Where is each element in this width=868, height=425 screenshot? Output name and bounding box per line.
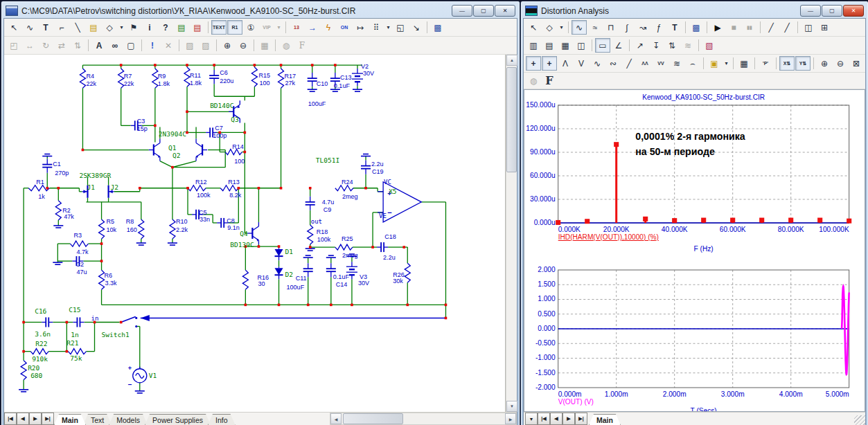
rotate-icon[interactable]: ↻ — [38, 38, 53, 53]
shape-dropdown-icon[interactable]: ▾ — [558, 20, 565, 35]
formula-icon[interactable]: F — [294, 38, 310, 53]
polyline-tool-icon[interactable]: ╱ — [779, 20, 795, 35]
normalize-y-icon[interactable]: Y⇅ — [795, 56, 811, 71]
grid-dropdown-icon[interactable]: ▾ — [384, 20, 392, 35]
integral-icon[interactable]: ∫ — [619, 20, 635, 35]
page-select-dropdown[interactable]: ▼ — [525, 413, 538, 425]
next-page-button[interactable]: ▶ — [29, 413, 42, 425]
shape-mode-icon[interactable]: ◇ — [102, 20, 117, 35]
scroll-up-arrow[interactable]: ▲ — [506, 55, 517, 66]
select-mode-icon[interactable]: ↖ — [6, 20, 21, 35]
performance-plot-icon[interactable]: ▧ — [702, 38, 717, 53]
tab-models[interactable]: Models — [109, 414, 148, 425]
text-mode-icon[interactable]: T — [667, 20, 682, 35]
zoom-out-icon[interactable]: ⊖ — [236, 38, 251, 53]
help-globe-icon[interactable]: ◍ — [278, 38, 294, 53]
inflection-icon[interactable]: ╱ — [621, 56, 637, 71]
scroll-right-arrow[interactable]: ▶ — [505, 413, 516, 424]
formula-icon[interactable]: F — [542, 73, 557, 88]
function-icon[interactable]: ƒ — [651, 20, 666, 35]
transient-output-chart[interactable]: 2.0001.5001.0000.5000.000-0.500-1.000-1.… — [524, 264, 865, 412]
zoom-in-icon[interactable]: ⊕ — [220, 38, 235, 53]
last-page-button[interactable]: ▶| — [575, 413, 587, 425]
basket-dropdown-icon[interactable]: ▾ — [723, 56, 730, 71]
prev-page-button[interactable]: ◀ — [550, 413, 563, 425]
last-page-button[interactable]: ▶| — [42, 413, 54, 425]
flip-x-icon[interactable]: ⇄ — [54, 38, 69, 53]
first-page-button[interactable]: |◀ — [538, 413, 550, 425]
help-mode-icon[interactable]: ? — [158, 20, 173, 35]
window-icon[interactable]: ▢ — [123, 38, 139, 53]
column-grid-icon[interactable]: ◫ — [574, 38, 589, 53]
resize-grip[interactable] — [854, 415, 865, 425]
measure-icon[interactable]: ↦ — [353, 20, 368, 35]
close-button[interactable]: ✕ — [495, 5, 515, 17]
vip-display-icon[interactable]: VIP — [259, 20, 274, 35]
properties-icon[interactable]: ▩ — [689, 20, 704, 35]
find-component-icon[interactable]: ▤ — [86, 20, 101, 35]
all-waves-icon[interactable]: ≋ — [669, 56, 684, 71]
harmonic-spectrum-chart[interactable]: Kenwood_KA9100-SC_50Hz-burst.CIR150.000u… — [524, 90, 865, 262]
zoom-out-icon[interactable]: ⊖ — [833, 56, 848, 71]
scroll-left-arrow[interactable]: ◀ — [330, 413, 342, 424]
global-high-icon[interactable]: ΛΛ — [637, 56, 653, 71]
grid-box-icon[interactable]: ⊞ — [817, 20, 832, 35]
find-text-icon[interactable]: A — [91, 38, 107, 53]
slope-tool-icon[interactable]: ↝ — [635, 20, 650, 35]
scope-mode-icon[interactable]: ∿ — [572, 20, 587, 35]
shape-dropdown-icon[interactable]: ▾ — [118, 20, 125, 35]
tab-main[interactable]: Main — [589, 414, 621, 425]
vertical-marker-icon[interactable]: ↧ — [648, 38, 664, 53]
low-icon[interactable]: ∾ — [605, 56, 621, 71]
part-tag-icon[interactable]: ▤ — [190, 20, 205, 35]
maximize-button[interactable]: ▢ — [473, 5, 494, 17]
vertical-scroll-thumb[interactable] — [506, 67, 517, 172]
go-to-basket-icon[interactable]: ▣ — [707, 56, 722, 71]
burst-waveform-icon[interactable]: ⊓ — [603, 20, 619, 35]
node-numbers-icon[interactable]: ① — [243, 20, 258, 35]
close-info-icon[interactable]: ✕ — [161, 38, 176, 53]
horizontal-scrollbar[interactable]: ◀ ▶ — [330, 413, 517, 425]
slope-marker-icon[interactable]: ↗ — [632, 38, 648, 53]
wire-mode-icon[interactable]: ∿ — [22, 20, 37, 35]
full-grid-icon[interactable]: ▦ — [558, 38, 573, 53]
valley-icon[interactable]: V — [574, 56, 589, 71]
next-page-button[interactable]: ▶ — [563, 413, 575, 425]
scroll-down-arrow[interactable]: ▼ — [506, 401, 517, 412]
pan-icon[interactable]: ▦ — [257, 38, 272, 53]
shape-mode-icon[interactable]: ◇ — [542, 20, 557, 35]
power-display-icon[interactable]: ϟ — [321, 20, 336, 35]
text-display-icon[interactable]: TEXT — [211, 20, 227, 35]
point-tag-icon[interactable]: ▤ — [174, 20, 189, 35]
text-mode-icon[interactable]: T — [38, 20, 53, 35]
numeric-output-icon[interactable]: ▦ — [736, 56, 752, 71]
tab-text[interactable]: Text — [83, 414, 112, 425]
help-globe-icon[interactable]: ◍ — [526, 73, 541, 88]
copy-picture-icon[interactable]: ▨ — [182, 38, 197, 53]
vertical-scrollbar[interactable]: ▲ ▼ — [506, 55, 517, 412]
both-markers-icon[interactable]: ⇅ — [664, 38, 680, 53]
properties-icon[interactable]: ▩ — [430, 20, 445, 35]
vertical-stripes-icon[interactable]: ▥ — [526, 38, 541, 53]
attribute-display-icon[interactable]: R1 — [227, 20, 242, 35]
info-mode-icon[interactable]: i — [142, 20, 157, 35]
current-display-icon[interactable]: → — [305, 20, 320, 35]
zoom-region-icon[interactable]: ⊠ — [849, 56, 864, 71]
global-low-icon[interactable]: VV — [653, 56, 668, 71]
move-icon[interactable]: ↔ — [22, 38, 37, 53]
condition-display-icon[interactable]: ON — [337, 20, 352, 35]
peak-icon[interactable]: Λ — [558, 56, 573, 71]
close-button[interactable]: ✕ — [843, 5, 864, 17]
copy-page-icon[interactable]: ▨ — [198, 38, 213, 53]
high-icon[interactable]: ∿ — [590, 56, 605, 71]
tab-power-supplies[interactable]: Power Supplies — [145, 414, 211, 425]
tab-main[interactable]: Main — [54, 414, 86, 425]
line-tool-icon[interactable]: ╱ — [763, 20, 779, 35]
flag-mode-icon[interactable]: ⚑ — [126, 20, 141, 35]
maximize-button[interactable]: ▢ — [822, 5, 842, 17]
run-icon[interactable]: ▶ — [710, 20, 725, 35]
tab-info[interactable]: Info — [208, 414, 236, 425]
titlebar[interactable]: Distortion Analysis —▢✕ — [523, 3, 866, 18]
normalize-x-icon[interactable]: X⇅ — [779, 56, 795, 71]
search-icon[interactable]: ∞ — [107, 38, 123, 53]
